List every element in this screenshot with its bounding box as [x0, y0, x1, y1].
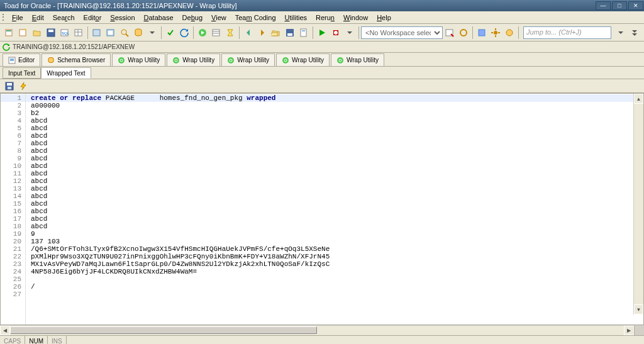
tab-wrapped-text[interactable]: Wrapped Text	[41, 67, 91, 79]
minimize-button[interactable]: —	[596, 1, 611, 10]
scroll-thumb[interactable]	[10, 326, 317, 334]
code-line[interactable]: b2	[26, 109, 643, 117]
scroll-up-arrow-icon[interactable]: ▲	[634, 94, 643, 104]
scroll-left-arrow-icon[interactable]: ◀	[0, 326, 10, 335]
menu-n[interactable]: Rerun	[311, 13, 339, 23]
maximize-button[interactable]: □	[612, 1, 627, 10]
menu-b[interactable]: Debug	[178, 13, 207, 23]
code-line[interactable]: abcd	[26, 177, 643, 185]
code-line[interactable]: abcd	[26, 155, 643, 162]
tool-help-icon[interactable]	[502, 26, 516, 40]
tool-find-icon[interactable]	[118, 26, 131, 40]
tool-folder-icon[interactable]	[30, 26, 44, 40]
menu-f[interactable]: File	[8, 13, 28, 23]
code-line[interactable]: MX1vAsVPeyWD7aMqJLawn6FltSaprGLp0/D4Zw8N…	[26, 260, 643, 268]
tool-save-icon[interactable]	[44, 26, 58, 40]
close-button[interactable]: ✕	[628, 1, 643, 10]
tool-grid2-icon[interactable]	[209, 26, 223, 40]
code-line[interactable]: abcd	[26, 192, 643, 200]
menu-e[interactable]: Edit	[28, 13, 48, 23]
code-line[interactable]: 9	[26, 230, 643, 238]
save-icon[interactable]	[3, 79, 16, 93]
menu-u[interactable]: Utilities	[280, 13, 311, 23]
tool-wsopts-icon[interactable]	[457, 26, 470, 40]
svg-rect-45	[8, 87, 11, 89]
vertical-scrollbar[interactable]: ▲ ▼	[633, 94, 643, 314]
code-line[interactable]: create or replace PACKAGE homes_fnd_no_g…	[26, 94, 643, 102]
tool-session-new-icon[interactable]	[3, 26, 16, 40]
menu-o[interactable]: Editor	[79, 13, 106, 23]
code-line[interactable]: abcd	[26, 170, 643, 177]
tool-window2-icon[interactable]	[104, 26, 118, 40]
menu-m[interactable]: Team Coding	[231, 13, 280, 23]
code-line[interactable]: abcd	[26, 147, 643, 155]
tool-wsmanage-icon[interactable]	[443, 26, 457, 40]
code-editor[interactable]: 1234567891011121314151617181920212223242…	[0, 93, 644, 325]
menu-s[interactable]: Session	[106, 13, 139, 23]
code-line[interactable]	[26, 291, 643, 298]
code-line[interactable]: abcd	[26, 140, 643, 147]
tool-sql-icon[interactable]: SQL	[58, 26, 72, 40]
tool-exec-green-icon[interactable]	[196, 26, 209, 40]
code-line[interactable]: abcd	[26, 208, 643, 215]
tool-book-icon[interactable]	[475, 26, 489, 40]
tool-new2-icon[interactable]	[16, 26, 30, 40]
scroll-right-arrow-icon[interactable]: ▶	[624, 326, 634, 335]
menu-h[interactable]: Help	[372, 13, 396, 23]
tab-input-text[interactable]: Input Text	[3, 67, 41, 79]
code-area[interactable]: create or replace PACKAGE homes_fnd_no_g…	[26, 94, 643, 325]
horizontal-scrollbar[interactable]: ◀ ▶	[0, 325, 644, 335]
tool-openfile-icon[interactable]	[269, 26, 283, 40]
tool-commit-icon[interactable]	[164, 26, 177, 40]
doctab-label: Wrap Utility	[292, 57, 324, 64]
code-line[interactable]: abcd	[26, 223, 643, 230]
tool-execute-icon[interactable]	[315, 26, 329, 40]
code-line[interactable]: abcd	[26, 117, 643, 125]
code-line[interactable]: abcd	[26, 215, 643, 223]
tool-rollback-icon[interactable]	[177, 26, 191, 40]
doctab-wrap-utility-2[interactable]: Wrap Utility	[112, 53, 165, 66]
doctab-schema-browser-1[interactable]: Schema Browser	[42, 53, 111, 66]
lightning-icon[interactable]	[16, 79, 30, 93]
scroll-down-arrow-icon[interactable]: ▼	[634, 304, 643, 314]
menu-w[interactable]: Window	[339, 13, 372, 23]
code-line[interactable]: 4NP58J6Eig6bYjJF4LCKDRQ8UIkCNxdZHBW4WaM=	[26, 268, 643, 275]
doctab-editor-0[interactable]: Editor	[3, 53, 40, 66]
tool-window-icon[interactable]	[90, 26, 104, 40]
doctab-wrap-utility-3[interactable]: Wrap Utility	[167, 53, 220, 66]
menu-d[interactable]: Database	[140, 13, 178, 23]
menu-v[interactable]: View	[207, 13, 231, 23]
doctab-wrap-utility-5[interactable]: Wrap Utility	[276, 53, 330, 66]
code-line[interactable]: pXMlHpr9Wso3XQzTUN9U027inPnixggOhlwHP3cF…	[26, 253, 643, 260]
tool-hourglass-icon[interactable]	[223, 26, 237, 40]
tool-back-icon[interactable]	[242, 26, 255, 40]
tool-dropdown2-icon[interactable]	[343, 26, 357, 40]
code-line[interactable]: /	[26, 283, 643, 291]
tool-dropdown-icon[interactable]	[145, 26, 159, 40]
tool-savefile-icon[interactable]	[283, 26, 297, 40]
code-line[interactable]: abcd	[26, 185, 643, 192]
code-line[interactable]: /Q6+SMtOrFToh3LTyx9fB2XcnoIwgw3X154VfHSm…	[26, 245, 643, 253]
tool-grid-icon[interactable]	[72, 26, 86, 40]
code-line[interactable]: 137 103	[26, 238, 643, 245]
tool-stop-icon[interactable]	[329, 26, 343, 40]
tool-jumpdrop-icon[interactable]	[614, 26, 628, 40]
jump-to-input[interactable]: Jump to... (Ctrl+J)	[523, 26, 611, 39]
tool-db-icon[interactable]	[131, 26, 145, 40]
tool-gear-icon[interactable]	[489, 26, 502, 40]
tool-overflow-icon[interactable]	[628, 26, 641, 40]
code-line[interactable]: abcd	[26, 132, 643, 140]
code-line[interactable]	[26, 275, 643, 283]
tool-forward-icon[interactable]	[255, 26, 269, 40]
doctab-wrap-utility-4[interactable]: Wrap Utility	[221, 53, 275, 66]
menu-r[interactable]: Search	[48, 13, 79, 23]
refresh-icon[interactable]	[3, 43, 10, 51]
code-line[interactable]: abcd	[26, 162, 643, 170]
tool-report-icon[interactable]	[297, 26, 311, 40]
workspace-combo[interactable]: <No Workspace selected>	[361, 26, 443, 39]
menu-bar: FileEditSearchEditorSessionDatabaseDebug…	[0, 11, 644, 24]
code-line[interactable]: a000000	[26, 102, 643, 109]
doctab-wrap-utility-6[interactable]: Wrap Utility	[331, 53, 384, 66]
code-line[interactable]: abcd	[26, 125, 643, 132]
code-line[interactable]: abcd	[26, 200, 643, 208]
